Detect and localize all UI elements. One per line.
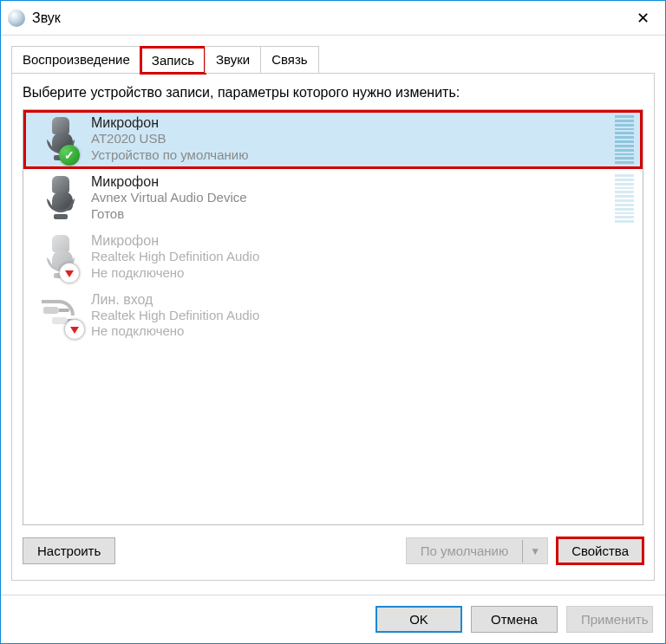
device-name: Микрофон [91, 174, 608, 190]
device-text: Микрофон Realtek High Definition Audio Н… [91, 233, 634, 282]
tab-2[interactable]: Звуки [205, 46, 261, 73]
tab-panel: Выберите устройство записи, параметры ко… [11, 73, 655, 581]
dialog-footer: OK Отмена Применить [1, 595, 665, 643]
window-title: Звук [32, 10, 628, 26]
device-text: Лин. вход Realtek High Definition Audio … [91, 292, 634, 341]
tab-1[interactable]: Запись [140, 47, 206, 74]
device-row[interactable]: Микрофон Realtek High Definition Audio Н… [23, 228, 643, 287]
instruction-text: Выберите устройство записи, параметры ко… [23, 85, 643, 101]
device-subtitle: Avnex Virtual Audio Device [91, 190, 608, 206]
device-row[interactable]: Микрофон AT2020 USB Устройство по умолча… [23, 110, 643, 169]
close-button[interactable]: ✕ [628, 5, 658, 31]
device-name: Микрофон [91, 115, 608, 131]
device-status: Устройство по умолчанию [91, 147, 608, 164]
cancel-button[interactable]: Отмена [471, 606, 558, 633]
tab-3[interactable]: Связь [260, 46, 318, 73]
device-subtitle: Realtek High Definition Audio [91, 249, 634, 265]
sound-icon [8, 10, 25, 27]
device-list[interactable]: Микрофон AT2020 USB Устройство по умолча… [23, 109, 643, 525]
device-status: Не подключено [91, 265, 634, 282]
microphone-icon [45, 176, 76, 221]
check-icon [59, 145, 80, 166]
device-text: Микрофон AT2020 USB Устройство по умолча… [91, 115, 608, 164]
arrow-down-icon [59, 263, 80, 283]
device-status: Не подключено [91, 323, 634, 340]
configure-button[interactable]: Настроить [23, 537, 115, 564]
device-row[interactable]: Лин. вход Realtek High Definition Audio … [23, 287, 643, 346]
level-meter [615, 115, 634, 164]
device-row[interactable]: Микрофон Avnex Virtual Audio Device Гото… [23, 169, 643, 228]
device-name: Лин. вход [91, 292, 634, 308]
tab-0[interactable]: Воспроизведение [11, 46, 141, 73]
device-text: Микрофон Avnex Virtual Audio Device Гото… [91, 174, 608, 223]
device-subtitle: AT2020 USB [91, 131, 608, 147]
tabs: ВоспроизведениеЗаписьЗвукиСвязь [11, 46, 655, 74]
device-name: Микрофон [91, 233, 634, 249]
device-status: Готов [91, 206, 608, 223]
panel-button-row: Настроить По умолчанию ▼ Свойства [23, 537, 643, 564]
titlebar: Звук ✕ [1, 1, 665, 36]
apply-button[interactable]: Применить [566, 606, 653, 633]
arrow-down-icon [64, 319, 85, 340]
properties-button[interactable]: Свойства [557, 537, 643, 564]
set-default-button[interactable]: По умолчанию ▼ [406, 537, 548, 564]
level-meter [615, 174, 634, 223]
line-in-icon [40, 295, 82, 336]
ok-button[interactable]: OK [375, 606, 462, 633]
microphone-icon [45, 117, 76, 162]
chevron-down-icon[interactable]: ▼ [522, 540, 547, 563]
device-subtitle: Realtek High Definition Audio [91, 308, 634, 324]
microphone-icon [45, 235, 76, 280]
set-default-label: По умолчанию [407, 538, 522, 563]
